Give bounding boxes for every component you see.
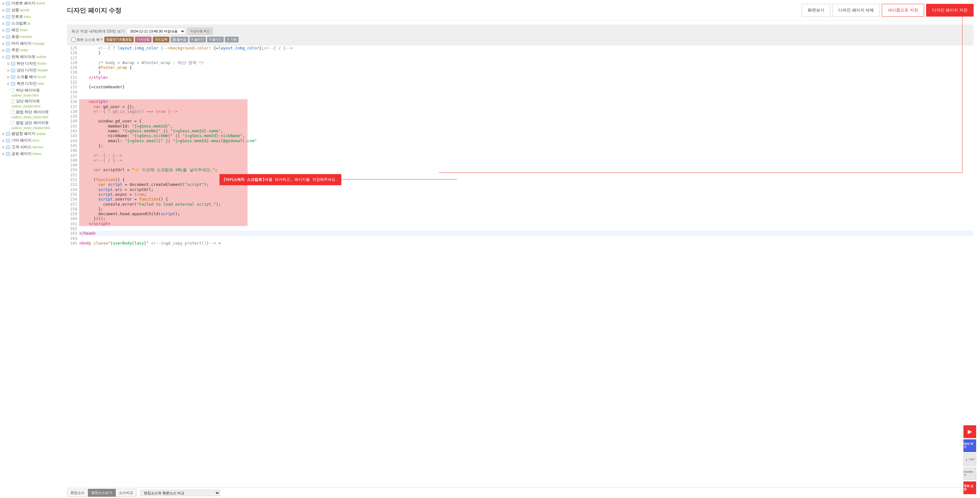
expand-icon[interactable]: ⊞ xyxy=(1,22,5,25)
tree-item[interactable]: ⊞주문 /order xyxy=(1,47,59,54)
code-line[interactable]: <!--{ / }--> xyxy=(79,158,974,163)
toolbar-badge[interactable]: ⇕ 기본 xyxy=(225,36,239,43)
code-line[interactable] xyxy=(79,163,974,167)
code-line[interactable]: (function() { xyxy=(79,177,974,182)
expand-icon[interactable]: ⊞ xyxy=(1,29,5,32)
code-editor[interactable]: 1251261271281291301311321331341351361371… xyxy=(67,46,974,487)
delete-page-button[interactable]: 디자인 페이지 삭제 xyxy=(832,4,880,17)
code-line[interactable]: </style> xyxy=(79,75,974,80)
code-line[interactable]: </head> xyxy=(79,231,974,236)
tree-item[interactable]: 상단 레이아웃 xyxy=(1,98,59,105)
tree-item[interactable]: ⊞마이 페이지 /mypage xyxy=(1,40,59,47)
tree-item[interactable]: 팝업 하단 레이아웃 xyxy=(1,109,59,116)
expand-icon[interactable]: ⊞ xyxy=(1,35,5,39)
collapse-icon[interactable]: ⊟ xyxy=(1,55,5,59)
code-line[interactable]: }; xyxy=(79,206,974,211)
tree-item[interactable]: ⊞이벤트 페이지 /event xyxy=(1,0,59,7)
code-line[interactable]: })(); xyxy=(79,216,974,221)
tree-item[interactable]: ⊞팝업창 페이지 /popup xyxy=(1,130,59,137)
toolbar-badge[interactable]: ≡ 늘리기 xyxy=(189,36,206,43)
code-line[interactable] xyxy=(79,148,974,153)
chatbot-button[interactable]: 챗봇 상담 xyxy=(963,481,976,494)
tree-item[interactable]: ⊞상단 디자인 /header xyxy=(1,67,59,74)
toolbar-badge[interactable]: ⇕ 줄이기 xyxy=(207,36,224,43)
code-line[interactable] xyxy=(79,80,974,84)
code-line[interactable] xyxy=(79,226,974,231)
tree-item[interactable]: 팝업 상단 레이아웃 xyxy=(1,120,59,126)
code-line[interactable]: <!--{ ? gd_is_login() === true }--> xyxy=(79,109,974,114)
code-line[interactable] xyxy=(79,94,974,99)
tree-item[interactable]: ⊞인트로 /intro xyxy=(1,13,59,20)
code-line[interactable]: nickName: "{=gSess.nickNm}" || "{=gSess.… xyxy=(79,133,974,138)
code-line[interactable]: #footer_wrap { xyxy=(79,65,974,70)
code-line[interactable]: document.head.appendChild(script); xyxy=(79,211,974,216)
tree-item[interactable]: ⊞스크롤 배너 /scroll xyxy=(1,74,59,80)
tree-item[interactable]: ⊞기타 페이지 /proc xyxy=(1,137,59,144)
code-line[interactable] xyxy=(79,236,974,241)
expand-icon[interactable]: ⊞ xyxy=(1,48,5,52)
expand-icon[interactable]: ⊞ xyxy=(6,75,10,79)
history-select[interactable]: 2024-12-11 13:40:30 저장내용 xyxy=(127,28,185,35)
expand-icon[interactable]: ⊞ xyxy=(6,82,10,86)
expand-icon[interactable]: ⊞ xyxy=(6,68,10,72)
code-line[interactable]: var script = document.createElement("scr… xyxy=(79,182,974,187)
tree-item[interactable]: ⊞고객 서비스 /service xyxy=(1,144,59,151)
code-line[interactable] xyxy=(79,90,974,94)
save-page-button[interactable]: 디자인 페이지 저장 xyxy=(926,4,974,17)
tree-item[interactable]: ⊞상품 /goods xyxy=(1,7,59,13)
code-line[interactable]: console.error("Failed to load external s… xyxy=(79,202,974,206)
source-tab[interactable]: 소스비교 xyxy=(116,489,137,497)
follow-along-button[interactable]: 따라 하기 xyxy=(963,439,976,452)
tree-item[interactable]: ⊟전체 레이아웃 /outline xyxy=(1,54,59,60)
code-line[interactable]: script.async = true; xyxy=(79,192,974,197)
expand-icon[interactable]: ⊞ xyxy=(1,145,5,149)
code-line[interactable]: <script> xyxy=(79,99,974,104)
expand-icon[interactable]: ⊞ xyxy=(1,139,5,143)
restore-source-checkbox[interactable]: 원본 소스로 복구 xyxy=(72,37,103,42)
code-line[interactable] xyxy=(79,56,974,60)
code-content[interactable]: <!--{ ? layout.inbg_color }-->background… xyxy=(79,46,974,487)
code-line[interactable]: script.onerror = function() { xyxy=(79,197,974,201)
tree-item[interactable]: ⊞회원 /member xyxy=(1,33,59,40)
tree-item[interactable]: ⊞스크립트 /js xyxy=(1,20,59,27)
code-line[interactable]: <body class="{userBodyClass}" <!--{=gd_c… xyxy=(79,241,974,246)
source-tab[interactable]: 원본소스보기 xyxy=(88,489,116,497)
toolbar-badge[interactable]: ▦ 줄바꿈 xyxy=(171,36,188,43)
code-line[interactable]: } xyxy=(79,70,974,75)
tree-item[interactable]: ⊞메인 /main xyxy=(1,27,59,33)
tree-item[interactable]: 하단 레이아웃 xyxy=(1,87,59,94)
expand-icon[interactable]: ⊞ xyxy=(6,62,10,66)
expand-icon[interactable]: ⊞ xyxy=(1,2,5,5)
expand-icon[interactable]: ⊞ xyxy=(1,152,5,156)
scroll-top-button[interactable]: ▲ TOP xyxy=(963,454,976,466)
toolbar-badge[interactable]: 코드입력 xyxy=(153,36,169,43)
tree-item[interactable]: ⊞하단 디자인 /footer xyxy=(1,60,59,67)
tree-item[interactable]: ⊞공유 페이지 /share xyxy=(1,151,59,157)
toolbar-badge[interactable]: 템플릿기초활용팁 xyxy=(104,36,134,43)
compare-select[interactable]: 편집소스와 원본소스 비교 xyxy=(140,490,220,496)
expand-icon[interactable]: ⊞ xyxy=(1,132,5,136)
save-as-button[interactable]: 새이름으로 저장 xyxy=(882,4,924,17)
toolbar-badge[interactable]: 디자인팁 xyxy=(135,36,151,43)
expand-icon[interactable] xyxy=(6,100,10,103)
code-line[interactable]: name: "{=gSess.memNm}" || "{=gSess.memId… xyxy=(79,128,974,133)
preview-button[interactable]: 화면보기 xyxy=(802,4,830,17)
youtube-button[interactable]: ▶ xyxy=(963,425,976,438)
code-line[interactable]: <!--{ : }--> xyxy=(79,153,974,158)
code-line[interactable]: window.gd_user = { xyxy=(79,119,974,124)
code-line[interactable]: email: "{=gSess.email}" || "{=gSess.memI… xyxy=(79,138,974,143)
expand-icon[interactable]: ⊞ xyxy=(1,42,5,46)
code-line[interactable]: /* body > #wrap > #footer_wrap : 하단 영역 *… xyxy=(79,60,974,65)
code-line[interactable]: }; xyxy=(79,143,974,148)
code-line[interactable] xyxy=(79,173,974,177)
history-confirm-button[interactable]: 저장내용 확인 xyxy=(187,28,213,35)
restore-checkbox-input[interactable] xyxy=(72,38,76,42)
code-line[interactable]: memberId: "{=gSess.memId}", xyxy=(79,124,974,128)
scroll-down-button[interactable]: DOWN ▼ xyxy=(963,467,976,480)
code-line[interactable]: script.src = scriptUrl; xyxy=(79,187,974,192)
expand-icon[interactable] xyxy=(6,110,10,114)
source-tab[interactable]: 편집소스 xyxy=(67,489,88,497)
code-line[interactable]: var scriptUrl = "👉 이곳에 스크립트 URL을 넣어주세요."… xyxy=(79,167,974,172)
code-line[interactable]: var gd_user = {}; xyxy=(79,104,974,109)
expand-icon[interactable] xyxy=(6,121,10,125)
